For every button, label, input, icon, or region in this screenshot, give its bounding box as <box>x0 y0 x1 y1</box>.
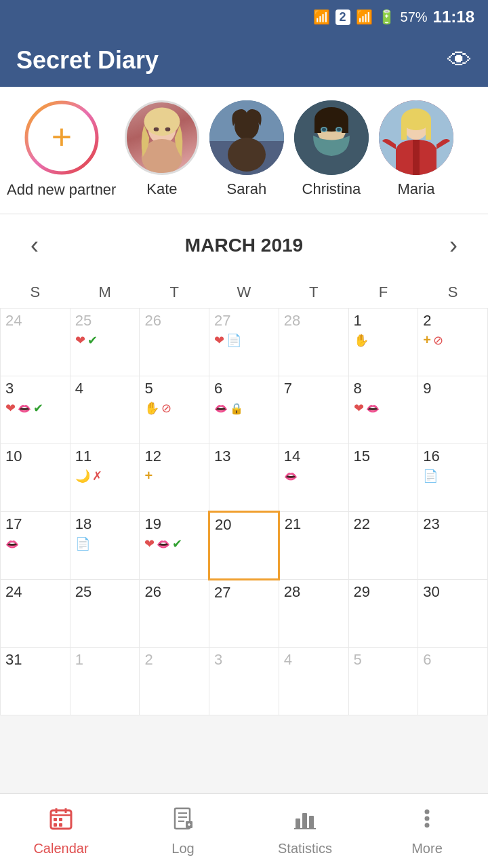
calendar-cell[interactable]: 27 <box>209 579 279 647</box>
sarah-name: Sarah <box>227 180 267 198</box>
calendar-cell[interactable]: 1 <box>70 647 140 715</box>
calendar-cell[interactable]: 19❤👄✔ <box>140 511 209 579</box>
eye-icon[interactable]: 👁 <box>447 46 472 75</box>
calendar-cell[interactable]: 6 <box>418 647 488 715</box>
partner-sarah[interactable]: Sarah <box>207 100 285 198</box>
calendar-cell[interactable]: 21 <box>279 511 348 579</box>
calendar-cell[interactable]: 11🌙✗ <box>70 443 140 511</box>
calendar-cell[interactable]: 6👄🔒 <box>209 376 279 443</box>
svg-point-45 <box>425 809 430 814</box>
svg-rect-42 <box>302 813 307 829</box>
day-number: 26 <box>144 583 204 601</box>
calendar-cell[interactable]: 28 <box>279 579 348 647</box>
calendar-cell[interactable]: 30 <box>418 579 488 647</box>
calendar-cell[interactable]: 1✋ <box>348 308 418 376</box>
calendar-cell[interactable]: 5 <box>348 647 418 715</box>
svg-rect-25 <box>413 140 420 175</box>
svg-point-10 <box>228 138 266 172</box>
calendar-cell[interactable]: 26 <box>140 579 209 647</box>
add-partner-label: Add new partner <box>7 180 116 200</box>
day-number: 20 <box>215 516 273 534</box>
day-number: 2 <box>423 312 483 330</box>
tab-statistics[interactable]: Statistics <box>244 794 366 868</box>
wifi-icon: 📶 <box>313 9 330 25</box>
calendar-cell[interactable]: 22 <box>348 511 418 579</box>
status-icons: 📶 2 📶 🔋 57% 11:18 <box>313 7 474 26</box>
next-month-button[interactable]: › <box>439 228 468 263</box>
svg-point-18 <box>322 128 326 132</box>
weekday-sat: S <box>418 277 488 309</box>
calendar-cell[interactable]: 10 <box>1 443 70 511</box>
calendar-cell[interactable]: 25 <box>70 579 140 647</box>
calendar-cell[interactable]: 3❤👄✔ <box>1 376 70 443</box>
calendar-cell[interactable]: 9 <box>418 376 488 443</box>
day-icons: ❤👄 <box>354 400 413 416</box>
calendar-cell[interactable]: 24 <box>1 308 70 376</box>
calendar-cell[interactable]: 24 <box>1 579 70 647</box>
day-number: 6 <box>214 380 274 397</box>
calendar-cell[interactable]: 3 <box>209 647 279 715</box>
calendar-cell[interactable]: 18📄 <box>70 511 140 579</box>
day-number: 12 <box>144 448 204 465</box>
tab-more[interactable]: More <box>366 794 488 868</box>
calendar-cell[interactable]: 8❤👄 <box>348 376 418 443</box>
calendar-cell[interactable]: 4 <box>70 376 140 443</box>
prev-month-button[interactable]: ‹ <box>20 228 49 263</box>
calendar-cell[interactable]: 13 <box>209 443 279 511</box>
day-number: 2 <box>144 651 204 669</box>
calendar-cell[interactable]: 2 <box>140 647 209 715</box>
calendar-cell[interactable]: 31 <box>1 647 70 715</box>
add-partner-button[interactable]: + Add new partner <box>7 100 116 200</box>
calendar-cell[interactable]: 2+⊘ <box>418 308 488 376</box>
day-icons: ❤👄✔ <box>5 400 65 416</box>
weekday-fri: F <box>348 277 418 309</box>
battery-icon: 🔋 <box>378 9 395 25</box>
day-number: 16 <box>423 448 483 465</box>
calendar-row-2: 1011🌙✗12+1314👄1516📄 <box>1 443 488 511</box>
calendar-cell[interactable]: 4 <box>279 647 348 715</box>
day-icons: ❤📄 <box>214 332 274 348</box>
partner-maria[interactable]: Maria <box>377 100 455 198</box>
calendar-cell[interactable]: 17👄 <box>1 511 70 579</box>
partner-kate[interactable]: Kate <box>123 100 201 198</box>
calendar-cell[interactable]: 14👄 <box>279 443 348 511</box>
calendar-cell[interactable]: 15 <box>348 443 418 511</box>
day-number: 5 <box>144 380 204 397</box>
calendar-cell[interactable]: 12+ <box>140 443 209 511</box>
weekday-tue: T <box>140 277 209 309</box>
tab-calendar[interactable]: Calendar <box>0 794 122 868</box>
notification-badge: 2 <box>336 9 350 25</box>
calendar-cell[interactable]: 23 <box>418 511 488 579</box>
maria-name: Maria <box>397 180 434 198</box>
calendar-month-title: MARCH 2019 <box>185 235 303 256</box>
day-icons: 👄 <box>284 468 344 484</box>
svg-point-46 <box>425 816 430 821</box>
calendar-cell[interactable]: 16📄 <box>418 443 488 511</box>
day-number: 6 <box>423 651 483 669</box>
day-icons: 👄🔒 <box>214 400 274 416</box>
partner-christina[interactable]: Christina <box>292 100 370 198</box>
svg-rect-23 <box>401 119 407 140</box>
log-tab-icon <box>171 806 195 837</box>
christina-name: Christina <box>302 180 361 198</box>
calendar-cell[interactable]: 26 <box>140 308 209 376</box>
svg-rect-24 <box>426 119 431 140</box>
calendar-row-4: 24252627282930 <box>1 579 488 647</box>
add-circle-icon: + <box>24 100 99 175</box>
tab-log[interactable]: Log <box>122 794 244 868</box>
calendar-cell[interactable]: 5✋⊘ <box>140 376 209 443</box>
calendar-row-0: 2425❤✔2627❤📄281✋2+⊘ <box>1 308 488 376</box>
day-icons: +⊘ <box>423 332 483 348</box>
calendar-cell[interactable]: 25❤✔ <box>70 308 140 376</box>
calendar-tab-icon <box>49 806 73 837</box>
calendar-cell[interactable]: 29 <box>348 579 418 647</box>
calendar-cell[interactable]: 28 <box>279 308 348 376</box>
day-number: 4 <box>284 651 344 669</box>
day-number: 22 <box>354 515 413 533</box>
calendar-cell[interactable]: 7 <box>279 376 348 443</box>
day-number: 4 <box>75 380 135 397</box>
calendar-cell[interactable]: 20 <box>209 511 279 579</box>
day-number: 31 <box>5 651 65 669</box>
svg-text:+: + <box>52 117 72 157</box>
calendar-cell[interactable]: 27❤📄 <box>209 308 279 376</box>
